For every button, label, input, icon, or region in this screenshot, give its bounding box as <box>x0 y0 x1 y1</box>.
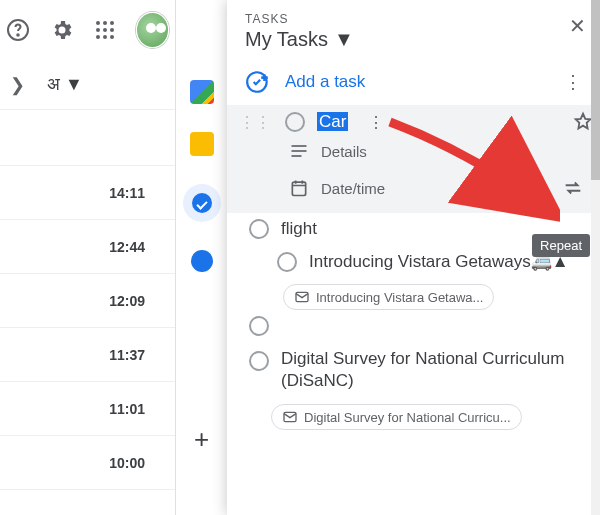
inbox-row[interactable]: 12:09 <box>0 274 175 328</box>
side-panel: + <box>175 0 227 515</box>
task-complete-circle[interactable] <box>277 252 297 272</box>
task-complete-circle[interactable] <box>285 112 305 132</box>
datetime-label: Date/time <box>321 180 385 197</box>
repeat-tooltip: Repeat <box>532 234 590 257</box>
drag-handle-icon[interactable]: ⋮⋮ <box>237 113 273 132</box>
inbox-row[interactable]: 10:00 <box>0 436 175 490</box>
email-chip[interactable]: Introducing Vistara Getawa... <box>283 284 494 310</box>
task-complete-circle[interactable] <box>249 219 269 239</box>
add-task-button[interactable]: Add a task <box>285 72 365 92</box>
svg-point-7 <box>110 28 114 32</box>
task-complete-circle[interactable] <box>249 316 269 336</box>
details-label: Details <box>321 143 367 160</box>
gear-icon[interactable] <box>50 18 74 42</box>
svg-point-3 <box>103 21 107 25</box>
caret-down-icon: ▼ <box>334 28 354 51</box>
subtask-title: Introducing Vistara Getaways🚐▲ <box>309 251 569 272</box>
avatar[interactable] <box>136 12 169 48</box>
tasks-section-label: TASKS <box>245 12 582 26</box>
task-item[interactable]: Digital Survey for National Curriculum (… <box>227 342 600 398</box>
task-complete-circle[interactable] <box>249 351 269 371</box>
svg-rect-14 <box>292 155 302 157</box>
chip-label: Digital Survey for National Curricu... <box>304 410 511 425</box>
svg-rect-15 <box>292 182 305 195</box>
add-task-icon[interactable] <box>245 69 271 95</box>
svg-point-5 <box>96 28 100 32</box>
chevron-right-icon[interactable]: ❯ <box>10 74 25 96</box>
task-list-selector[interactable]: My Tasks ▼ <box>245 28 582 51</box>
task-title: Digital Survey for National Curriculum (… <box>281 348 594 392</box>
details-icon <box>289 141 309 161</box>
inbox-row[interactable]: 11:01 <box>0 382 175 436</box>
repeat-icon[interactable] <box>562 177 584 199</box>
svg-point-2 <box>96 21 100 25</box>
add-addon-icon[interactable]: + <box>194 424 209 455</box>
svg-point-9 <box>103 35 107 39</box>
svg-point-1 <box>17 34 19 36</box>
close-icon[interactable]: ✕ <box>569 14 586 38</box>
task-datetime-row[interactable]: Date/time <box>279 169 594 207</box>
tasks-app-icon[interactable] <box>183 184 221 222</box>
task-row-menu-icon[interactable]: ⋮ <box>360 113 392 132</box>
help-icon[interactable] <box>6 18 30 42</box>
task-editing: ⋮⋮ Car ⋮ Details Date/time <box>227 105 600 213</box>
task-list-name: My Tasks <box>245 28 328 51</box>
task-title-input[interactable]: Car <box>317 112 348 132</box>
inbox-time-list: 14:11 12:44 12:09 11:37 11:01 10:00 <box>0 165 175 490</box>
keep-icon[interactable] <box>190 132 214 156</box>
apps-grid-icon[interactable] <box>94 18 116 42</box>
svg-point-8 <box>96 35 100 39</box>
chip-label: Introducing Vistara Getawa... <box>316 290 483 305</box>
svg-point-10 <box>110 35 114 39</box>
calendar-icon[interactable] <box>190 80 214 104</box>
task-title: flight <box>281 219 317 239</box>
svg-point-4 <box>110 21 114 25</box>
tasks-panel: TASKS My Tasks ▼ ✕ Add a task ⋮ ⋮⋮ Car ⋮ <box>227 0 600 515</box>
inbox-row[interactable]: 11:37 <box>0 328 175 382</box>
svg-rect-13 <box>292 150 307 152</box>
svg-rect-12 <box>292 145 307 147</box>
inbox-row[interactable]: 14:11 <box>0 166 175 220</box>
scrollbar[interactable] <box>591 0 600 515</box>
task-item[interactable] <box>227 310 600 342</box>
contacts-icon[interactable] <box>191 250 213 272</box>
translate-language[interactable]: अ ▼ <box>47 74 83 95</box>
email-chip[interactable]: Digital Survey for National Curricu... <box>271 404 522 430</box>
svg-point-6 <box>103 28 107 32</box>
task-details-row[interactable]: Details <box>279 133 594 169</box>
more-menu-icon[interactable]: ⋮ <box>564 71 582 93</box>
inbox-row[interactable]: 12:44 <box>0 220 175 274</box>
calendar-small-icon <box>289 178 309 198</box>
